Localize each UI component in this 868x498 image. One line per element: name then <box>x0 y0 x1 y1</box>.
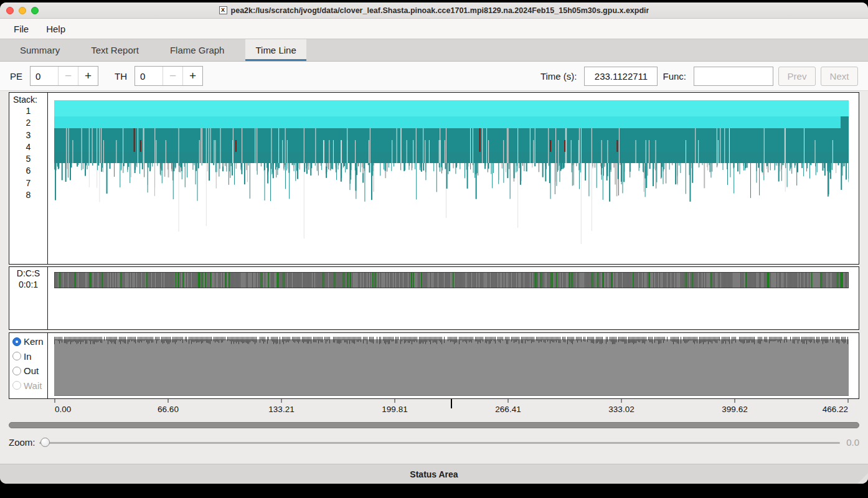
tabbar: Summary Text Report Flame Graph Time Lin… <box>0 39 868 62</box>
stack-level-7: 7 <box>9 177 47 189</box>
stack-level-8: 8 <box>9 189 47 201</box>
tab-flame-graph[interactable]: Flame Graph <box>160 39 235 61</box>
stack-level-3: 3 <box>9 129 47 141</box>
pe-spinner: 0 − + <box>30 66 98 86</box>
zoom-label: Zoom: <box>9 437 35 448</box>
stack-level-4: 4 <box>9 141 47 153</box>
radio-in[interactable]: In <box>12 351 47 362</box>
radio-wait[interactable]: Wait <box>12 380 47 391</box>
toolbar-right-group: Time (s): Func: Prev Next <box>540 67 858 86</box>
th-label: TH <box>115 71 127 82</box>
dcs-rail <box>48 267 859 329</box>
stack-level-2: 2 <box>9 117 47 129</box>
time-input[interactable] <box>584 67 658 86</box>
kernel-timeline-canvas[interactable] <box>54 337 849 397</box>
pe-decrement-button[interactable]: − <box>58 67 78 85</box>
zoom-window-button[interactable] <box>31 7 39 14</box>
stack-timeline-canvas[interactable] <box>54 100 849 263</box>
th-decrement-button[interactable]: − <box>163 67 182 85</box>
axis-tick-mark <box>168 399 169 403</box>
axis-tick-mark <box>395 399 395 403</box>
dcs-panel: D:C:S 0:0:1 <box>9 266 859 330</box>
zoom-value: 0.0 <box>846 437 859 448</box>
axis-tick-label: 333.02 <box>608 405 634 414</box>
prev-button[interactable]: Prev <box>778 67 816 86</box>
time-cursor[interactable] <box>451 399 452 408</box>
axis-tick-label: 466.22 <box>823 405 848 414</box>
stack-title: Stack: <box>9 93 47 105</box>
pe-label: PE <box>10 71 22 82</box>
dcs-timeline-canvas[interactable] <box>54 272 849 288</box>
app-window: X pea2k:/lus/scratch/jvogt/data/clover_l… <box>0 2 868 484</box>
radio-wait-label: Wait <box>24 380 42 391</box>
radio-kern[interactable]: Kern <box>12 336 47 347</box>
radio-kern-icon <box>12 337 21 346</box>
stack-level-numbers: 1 2 3 4 5 6 7 8 <box>9 105 47 201</box>
window-title-group: X pea2k:/lus/scratch/jvogt/data/clover_l… <box>219 6 649 15</box>
axis-tick-mark <box>621 399 622 403</box>
radio-in-icon <box>12 352 21 360</box>
func-input[interactable] <box>694 67 773 86</box>
status-text: Status Area <box>410 469 458 479</box>
traffic-lights <box>6 2 39 18</box>
status-bar: Status Area <box>0 464 868 484</box>
timeline-toolbar: PE 0 − + TH 0 − + Time (s): Func: Prev N… <box>0 62 868 91</box>
kernel-rail <box>48 333 859 398</box>
axis-tick-mark <box>508 399 509 403</box>
stack-gutter: Stack: 1 2 3 4 5 6 7 8 <box>9 93 48 264</box>
dcs-gutter: D:C:S 0:0:1 <box>9 267 48 329</box>
axis-tick-label: 399.62 <box>722 405 747 414</box>
stack-level-1: 1 <box>9 105 47 117</box>
window-title: pea2k:/lus/scratch/jvogt/data/clover_lea… <box>231 6 649 15</box>
horizontal-scrollbar-thumb[interactable] <box>9 422 859 428</box>
titlebar: X pea2k:/lus/scratch/jvogt/data/clover_l… <box>0 2 868 19</box>
axis-tick-mark <box>55 399 55 403</box>
dcs-label-line1: D:C:S <box>9 267 47 278</box>
axis-tick-label: 0.00 <box>55 405 71 414</box>
kernel-panel: Kern In Out Wait <box>9 332 859 399</box>
menu-file[interactable]: File <box>6 21 36 37</box>
axis-tick-label: 133.21 <box>268 405 294 414</box>
zoom-slider-track[interactable] <box>39 442 841 444</box>
stack-level-5: 5 <box>9 153 47 165</box>
tab-text-report[interactable]: Text Report <box>81 39 149 61</box>
tab-time-line[interactable]: Time Line <box>245 39 306 61</box>
th-value[interactable]: 0 <box>135 67 163 85</box>
zoom-slider-thumb[interactable] <box>40 438 50 447</box>
radio-out-icon <box>12 367 21 375</box>
stack-level-6: 6 <box>9 165 47 177</box>
th-spinner: 0 − + <box>134 66 203 86</box>
axis-tick-label: 266.41 <box>495 405 521 414</box>
radio-kern-label: Kern <box>24 336 44 347</box>
stack-rail <box>48 93 859 264</box>
axis-tick-mark <box>735 399 735 403</box>
close-window-button[interactable] <box>6 7 14 14</box>
window-resize-grip[interactable] <box>857 473 868 484</box>
axis-tick-label: 199.81 <box>382 405 407 414</box>
pe-value[interactable]: 0 <box>31 67 58 85</box>
func-label: Func: <box>663 71 686 82</box>
kernel-radio-group: Kern In Out Wait <box>9 333 47 391</box>
th-increment-button[interactable]: + <box>182 67 202 85</box>
next-button[interactable]: Next <box>821 67 858 86</box>
radio-out-label: Out <box>24 365 39 376</box>
axis-tick-label: 66.60 <box>158 405 179 414</box>
axis-tick-mark <box>848 399 849 403</box>
radio-out[interactable]: Out <box>12 365 47 376</box>
minimize-window-button[interactable] <box>19 7 26 14</box>
zoom-slider <box>39 438 841 448</box>
menubar: File Help <box>0 19 868 39</box>
radio-in-label: In <box>24 351 32 362</box>
time-label: Time (s): <box>540 71 577 82</box>
pe-increment-button[interactable]: + <box>78 67 98 85</box>
radio-wait-icon <box>12 381 21 390</box>
time-axis-scale: 0.0066.60133.21199.81266.41333.02399.624… <box>55 399 848 420</box>
dcs-label-line2: 0:0:1 <box>9 278 47 289</box>
axis-tick-mark <box>281 399 282 403</box>
stack-timeline-panel: Stack: 1 2 3 4 5 6 7 8 <box>9 92 859 265</box>
menu-help[interactable]: Help <box>39 21 73 37</box>
tab-summary[interactable]: Summary <box>10 39 70 61</box>
x11-app-icon: X <box>219 6 227 14</box>
kernel-gutter: Kern In Out Wait <box>9 333 48 398</box>
zoom-row: Zoom: 0.0 <box>0 431 868 454</box>
